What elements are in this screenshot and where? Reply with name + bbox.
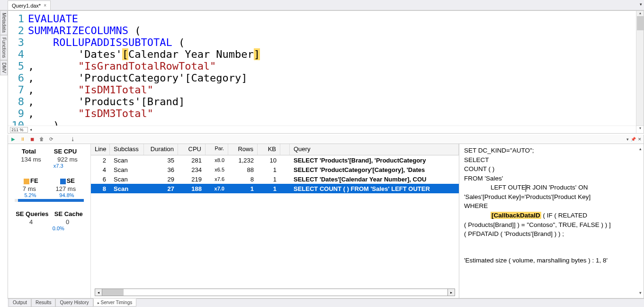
gh-duration[interactable]: Duration <box>144 144 178 155</box>
detail-line: 'Sales'[Product Key]='Products'[Product … <box>464 192 639 202</box>
code-line[interactable]: 1EVALUATE <box>8 13 636 25</box>
cell: x7.6 <box>206 176 228 182</box>
zoom-combo[interactable]: 211 % <box>10 127 28 133</box>
gh-rows[interactable]: Rows <box>228 144 258 155</box>
cell: 1,232 <box>228 156 258 164</box>
document-tab-strip: Query1.dax* × ▾ <box>0 0 644 10</box>
gh-line[interactable]: Line <box>91 144 110 155</box>
gh-par[interactable]: Par. <box>206 144 228 155</box>
left-tab-metadata[interactable]: Metadata <box>0 10 8 35</box>
line-number: 6 <box>8 72 28 84</box>
code-line[interactable]: 9, "IsDM3Total" <box>8 108 636 119</box>
bottom-tab-output[interactable]: Output <box>9 299 31 307</box>
scrollbar-thumb[interactable] <box>637 16 644 30</box>
cell: SELECT 'ProductCategory'[Category], 'Dat… <box>290 166 459 174</box>
code-editor-body[interactable]: 1EVALUATE2SUMMARIZECOLUMNS (3 ROLLUPADDI… <box>8 11 636 126</box>
detail-line: ( PFDATAID ( 'Products'[Brand] ) ) ; <box>464 229 639 239</box>
stat-secache-pct: 0.0% <box>40 226 77 231</box>
table-row[interactable]: 4Scan36234x6.5881SELECT 'ProductCategory… <box>91 165 459 174</box>
scroll-left-icon[interactable]: ◂ <box>95 289 102 296</box>
cell <box>280 169 290 170</box>
cell: SELECT 'Products'[Brand], 'ProductCatego… <box>290 156 459 164</box>
refresh-icon[interactable]: ⟳ <box>48 136 54 143</box>
scroll-up-icon[interactable]: ▴ <box>636 11 644 15</box>
code-line[interactable]: 10 ) <box>8 119 636 126</box>
hscroll-track[interactable] <box>102 289 447 296</box>
cell: 35 <box>144 156 178 164</box>
scroll-up-icon[interactable]: ▴ <box>638 146 643 152</box>
vertical-scrollbar[interactable]: ▴ <box>636 11 644 126</box>
code-line[interactable]: 4 'Dates'[Calendar Year Number] <box>8 48 636 60</box>
cell: 6 <box>91 175 110 183</box>
scroll-corner-icon[interactable]: ▾ <box>636 126 644 133</box>
editor-status-bar: 211 % ◂ <box>8 126 636 133</box>
play-icon[interactable]: ▶ <box>10 136 17 143</box>
stat-se-value: 127 ms <box>56 185 76 192</box>
code-content: , 'Products'[Brand] <box>28 96 636 108</box>
code-line[interactable]: 8, 'Products'[Brand] <box>8 96 636 108</box>
detail-line: [CallbackDataID ( IF ( RELATED <box>464 211 639 220</box>
line-number: 7 <box>8 84 28 96</box>
code-line[interactable]: 7, "IsDM1Total" <box>8 84 636 96</box>
close-icon[interactable]: × <box>44 3 46 8</box>
cell <box>280 188 290 189</box>
document-tab-title: Query1.dax* <box>12 3 41 9</box>
delete-icon[interactable]: 🗑 <box>38 136 45 143</box>
cell: 8 <box>91 185 110 193</box>
callbackdataid-highlight: [CallbackDataID <box>491 212 541 219</box>
line-number: 4 <box>8 48 28 60</box>
code-content: , "IsDM1Total" <box>28 84 636 96</box>
code-editor[interactable]: 1EVALUATE2SUMMARIZECOLUMNS (3 ROLLUPADDI… <box>8 10 644 134</box>
code-line[interactable]: 3 ROLLUPADDISSUBTOTAL ( <box>8 36 636 48</box>
bottom-tab-strip: OutputResultsQuery HistoryServer Timings <box>8 298 644 307</box>
chevron-left-icon[interactable]: ◂ <box>30 127 32 132</box>
grid-horizontal-scrollbar[interactable]: ◂ ▸ <box>95 289 455 296</box>
tab-overflow-icon[interactable]: ▾ <box>640 2 642 7</box>
scroll-right-icon[interactable]: ▸ <box>447 289 455 296</box>
code-content: SUMMARIZECOLUMNS ( <box>28 25 636 36</box>
document-tab[interactable]: Query1.dax* × <box>8 0 51 10</box>
dropdown-icon[interactable]: ▾ <box>626 137 629 142</box>
gh-query[interactable]: Query <box>290 144 459 155</box>
export-icon[interactable]: ⭳ <box>70 136 76 143</box>
table-row[interactable]: 8Scan27188x7.011SELECT COUNT ( ) FROM 'S… <box>91 184 459 193</box>
scroll-down-icon[interactable]: ▾ <box>638 290 643 296</box>
left-tab-functions[interactable]: Functions <box>0 35 8 60</box>
gh-kb[interactable]: KB <box>258 144 280 155</box>
gh-spacer <box>280 144 290 155</box>
table-row[interactable]: 2Scan35281x8.01,23210SELECT 'Products'[B… <box>91 155 459 165</box>
gh-subclass[interactable]: Subclass <box>110 144 144 155</box>
detail-line: LEFT OUTER JOIN 'Products' ON <box>464 183 639 192</box>
cell: Scan <box>110 166 144 174</box>
cell: 219 <box>178 175 206 183</box>
bottom-tab-query-history[interactable]: Query History <box>55 299 93 307</box>
cell: 188 <box>178 185 206 193</box>
bottom-tab-server-timings[interactable]: Server Timings <box>93 298 137 307</box>
gh-cpu[interactable]: CPU <box>178 144 206 155</box>
stat-total-label: Total <box>22 148 36 155</box>
stat-fe-value: 7 ms <box>23 185 36 192</box>
pause-icon[interactable]: ⏸ <box>19 136 26 143</box>
close-panel-icon[interactable]: ✕ <box>638 137 642 142</box>
fe-swatch-icon <box>24 179 29 184</box>
cell: x7.0 <box>206 185 228 192</box>
query-detail-pane[interactable]: SET DC_KIND="AUTO"; SELECT COUNT ( ) FRO… <box>459 144 644 298</box>
hscroll-thumb[interactable] <box>102 289 124 296</box>
bottom-tab-results[interactable]: Results <box>31 299 55 307</box>
code-line[interactable]: 6, 'ProductCategory'[Category] <box>8 72 636 84</box>
cell <box>280 160 290 161</box>
cell: 1 <box>258 185 280 193</box>
code-line[interactable]: 5, "IsGrandTotalRowTotal" <box>8 60 636 72</box>
detail-vscroll[interactable]: ▴ ▾ <box>638 146 643 296</box>
code-line[interactable]: 2SUMMARIZECOLUMNS ( <box>8 25 636 36</box>
table-row[interactable]: 6Scan29219x7.681SELECT 'Dates'[Calendar … <box>91 174 459 184</box>
detail-line: WHERE <box>464 201 639 211</box>
se-bar-fill <box>18 199 84 202</box>
left-tab-dmv[interactable]: DMV <box>0 60 8 75</box>
stat-fe-label: FE <box>24 177 38 184</box>
cell: x8.0 <box>206 157 228 163</box>
pin-icon[interactable]: 📌 <box>631 137 636 142</box>
cell: 8 <box>228 175 258 183</box>
cell <box>280 179 290 180</box>
stop-icon[interactable]: ◼ <box>29 136 36 143</box>
